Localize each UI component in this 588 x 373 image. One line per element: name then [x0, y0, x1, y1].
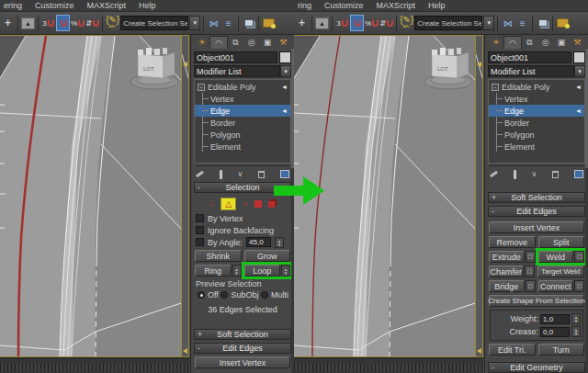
- keyboard-override-icon[interactable]: ▲: [21, 15, 35, 31]
- object-name-field[interactable]: Object001: [194, 51, 277, 63]
- edit-tri-button[interactable]: Edit Tri.: [489, 344, 536, 356]
- edit-edges-rollout-header[interactable]: - Edit Edges: [488, 206, 585, 217]
- crease-value-field[interactable]: 0,0: [540, 327, 570, 337]
- dropdown-arrow-icon[interactable]: ▾: [189, 16, 200, 30]
- snap-toggle-icon[interactable]: 3: [335, 15, 349, 31]
- angle-spinner[interactable]: ▴▾: [275, 237, 284, 248]
- adjacent-viewport-sliver[interactable]: [182, 36, 188, 356]
- weight-spinner[interactable]: ▴▾: [571, 313, 581, 324]
- connect-button[interactable]: Connect: [538, 280, 574, 292]
- hierarchy-tab-icon[interactable]: ⧉: [228, 36, 243, 49]
- split-button[interactable]: Split: [538, 236, 585, 248]
- named-selection-sets-icon[interactable]: {✎}ABC: [106, 15, 119, 31]
- stack-row-polygon[interactable]: Polygon: [489, 129, 584, 141]
- stack-row-editable-poly[interactable]: - Editable Poly ◄: [489, 81, 584, 93]
- make-unique-icon[interactable]: ∨: [238, 171, 243, 178]
- layer-manager-icon[interactable]: [242, 15, 255, 31]
- ring-button[interactable]: Ring: [195, 265, 232, 277]
- stack-row-border[interactable]: Border: [195, 117, 290, 129]
- extrude-settings-icon[interactable]: □: [526, 251, 536, 263]
- object-color-swatch[interactable]: [279, 51, 291, 63]
- soft-selection-rollout-header[interactable]: + Soft Selection: [194, 329, 291, 340]
- menu-item-customize[interactable]: Customize: [324, 1, 364, 10]
- edge-subobject-icon-active[interactable]: △: [220, 198, 236, 210]
- layer-manager-icon[interactable]: [536, 15, 549, 31]
- dropdown-arrow-icon[interactable]: ▾: [483, 16, 494, 30]
- modify-tab-icon[interactable]: ◠: [503, 36, 521, 49]
- ignore-backfacing-checkbox[interactable]: [196, 226, 204, 234]
- adjacent-viewport-sliver[interactable]: [476, 36, 482, 356]
- percent-snap-icon[interactable]: %: [71, 15, 85, 31]
- selection-set-dropdown[interactable]: Create Selection Se: [414, 16, 482, 30]
- stack-row-edge[interactable]: Edge◄: [489, 105, 584, 117]
- pin-stack-icon[interactable]: [490, 171, 498, 178]
- pin-stack-icon[interactable]: [196, 171, 204, 178]
- perspective-viewport[interactable]: LOT: [0, 36, 181, 356]
- stack-row-polygon[interactable]: Polygon: [195, 129, 290, 141]
- grow-button[interactable]: Grow: [244, 250, 291, 262]
- snap-toggle-icon[interactable]: 3: [41, 15, 55, 31]
- collapse-box-icon[interactable]: -: [492, 84, 499, 91]
- remove-button[interactable]: Remove: [489, 236, 536, 248]
- preview-off-radio[interactable]: [198, 291, 205, 299]
- menu-item-help[interactable]: Help: [428, 1, 446, 10]
- edit-edges-rollout-header[interactable]: - Edit Edges: [194, 343, 291, 354]
- spinner-snap-icon[interactable]: ⇵: [379, 15, 393, 31]
- hierarchy-tab-icon[interactable]: ⧉: [522, 36, 537, 49]
- utilities-tab-icon[interactable]: ⚒: [276, 36, 291, 49]
- bridge-settings-icon[interactable]: □: [526, 280, 536, 292]
- create-shape-button[interactable]: Create Shape From Selection: [489, 295, 584, 307]
- create-tab-icon[interactable]: ☀: [488, 36, 503, 49]
- ring-spinner[interactable]: ▴▾: [232, 265, 242, 277]
- object-name-field[interactable]: Object001: [488, 51, 571, 63]
- keyboard-override-icon[interactable]: ▲: [315, 15, 329, 31]
- by-vertex-checkbox[interactable]: [196, 214, 204, 222]
- stack-row-editable-poly[interactable]: - Editable Poly ◄: [195, 81, 290, 93]
- stack-row-vertex[interactable]: Vertex: [489, 93, 584, 105]
- angle-value-field[interactable]: 45,0: [246, 237, 271, 247]
- dropdown-arrow-icon[interactable]: ▾: [574, 65, 585, 77]
- create-tab-icon[interactable]: ☀: [194, 36, 209, 49]
- motion-tab-icon[interactable]: ◎: [537, 36, 553, 49]
- modifier-list-dropdown[interactable]: Modifier List: [488, 65, 574, 77]
- menu-item-rendering[interactable]: ring: [298, 1, 311, 10]
- extrude-button[interactable]: Extrude: [489, 251, 525, 263]
- utilities-tab-icon[interactable]: ⚒: [570, 36, 585, 49]
- border-subobject-icon[interactable]: ○: [243, 199, 248, 209]
- menu-item-help[interactable]: Help: [139, 1, 156, 10]
- stack-row-element[interactable]: Element: [489, 141, 584, 153]
- selection-set-dropdown[interactable]: Create Selection Se: [120, 16, 188, 30]
- angle-snap-icon[interactable]: [56, 15, 70, 31]
- stack-row-border[interactable]: Border: [489, 117, 584, 129]
- show-end-result-icon[interactable]: [514, 170, 516, 179]
- remove-modifier-icon[interactable]: [258, 171, 265, 178]
- container-icon[interactable]: [556, 15, 570, 31]
- shrink-button[interactable]: Shrink: [195, 250, 242, 262]
- insert-vertex-button[interactable]: Insert Vertex: [195, 356, 290, 368]
- display-tab-icon[interactable]: ▣: [553, 36, 569, 49]
- soft-selection-rollout-header[interactable]: + Soft Selection: [488, 192, 585, 203]
- container-icon[interactable]: [262, 15, 276, 31]
- align-icon[interactable]: ≡: [515, 15, 529, 31]
- spinner-snap-icon[interactable]: ⇵: [85, 15, 99, 31]
- named-selection-sets-icon[interactable]: {✎}ABC: [400, 15, 413, 31]
- percent-snap-icon[interactable]: %: [365, 15, 379, 31]
- menu-item-customize[interactable]: Customize: [35, 1, 74, 10]
- modify-tab-icon[interactable]: ◠: [209, 36, 227, 49]
- display-tab-icon[interactable]: ▣: [259, 36, 275, 49]
- mirror-icon[interactable]: ⋈: [207, 15, 220, 31]
- menu-item-maxscript[interactable]: MAXScript: [377, 1, 416, 10]
- target-weld-button[interactable]: Target Weld: [537, 266, 585, 277]
- turn-button[interactable]: Turn: [538, 344, 585, 356]
- show-end-result-icon[interactable]: [220, 170, 222, 179]
- remove-modifier-icon[interactable]: [552, 171, 559, 178]
- select-and-move-icon[interactable]: +: [1, 15, 15, 31]
- weld-settings-icon[interactable]: □: [574, 251, 584, 263]
- mirror-icon[interactable]: ⋈: [501, 15, 514, 31]
- preview-subobj-radio[interactable]: [220, 291, 228, 299]
- stack-row-element[interactable]: Element: [195, 141, 290, 153]
- polygon-subobject-icon[interactable]: [254, 200, 262, 208]
- stack-row-vertex[interactable]: Vertex: [195, 93, 290, 105]
- collapse-box-icon[interactable]: -: [198, 84, 205, 91]
- object-color-swatch[interactable]: [573, 51, 585, 63]
